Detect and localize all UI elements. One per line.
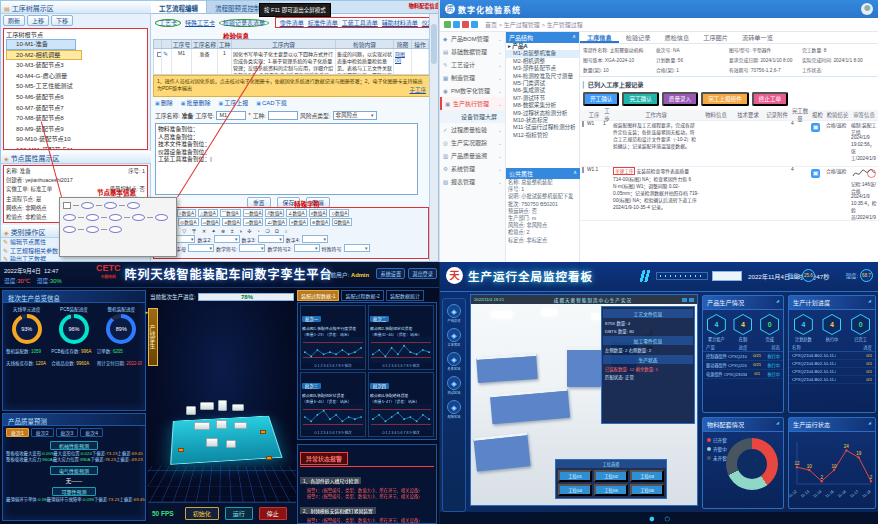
process-no-input[interactable]: M1: [216, 111, 246, 120]
chart-tab[interactable]: 装配数据统计: [386, 290, 424, 301]
special-char-button[interactable]: ▱数值A: [243, 218, 263, 226]
tree-toolbar-button[interactable]: 上移: [27, 15, 49, 26]
mes-tab[interactable]: 工序图片: [696, 32, 735, 43]
header-button[interactable]: 系统设置: [376, 268, 405, 279]
window-dot[interactable]: [444, 21, 451, 28]
sidebar-item[interactable]: ◎生产实况跟踪: [440, 136, 505, 149]
action-button[interactable]: 质量录入: [662, 92, 698, 106]
edit-icon[interactable]: ✎: [162, 49, 172, 74]
tree-item[interactable]: 70-M8-装配节点8: [6, 113, 147, 124]
report-icon[interactable]: ▣: [811, 169, 820, 178]
doc-link[interactable]: 检验记录表清单: [219, 19, 269, 27]
glyph-strip[interactable]: ● ~ ✂ ▽ 〒 ✕ ✦ ⊗ ± ◑ ✣ ◔ ❍ Ω ♀: [156, 227, 426, 234]
hex-outline-icon[interactable]: ⬡: [665, 515, 670, 522]
plan-row[interactable]: CPXQ2104-B02-10-11-030/1: [789, 368, 875, 376]
char-select[interactable]: 数字4:: [286, 235, 328, 243]
tree-toolbar-button[interactable]: 下移: [51, 15, 73, 26]
tree-item[interactable]: 90-M10-装配节点10: [6, 134, 147, 145]
process-content-textarea[interactable]: 物料准备到位： 人员准备到位： 技术文件准备到位： 仪器设备准备到位： 工装工具…: [155, 123, 418, 195]
batch-tab[interactable]: 批次2: [31, 428, 54, 437]
tab-line-twin[interactable]: 产线孪生: [148, 308, 158, 366]
row-action-link[interactable]: 批量删除: [181, 98, 211, 107]
tree-item[interactable]: 50-M5-工艺性能测试: [6, 81, 147, 92]
char-select[interactable]: 数字3:: [242, 235, 284, 243]
station-button[interactable]: 工位03: [630, 470, 664, 482]
tree-item[interactable]: 100-M11-装配节点11: [6, 145, 147, 150]
scrollbar[interactable]: [429, 14, 438, 262]
station-button[interactable]: 工位01: [558, 470, 592, 482]
worktype-input[interactable]: [268, 111, 298, 120]
electric-predict-button[interactable]: 电气性能预测: [50, 466, 98, 475]
substep-link[interactable]: 子工序: [409, 86, 426, 94]
product-tree-item[interactable]: M7-测试环节: [506, 95, 579, 102]
action-button[interactable]: 完工确认: [622, 92, 658, 106]
scene-topbar-icons[interactable]: [682, 298, 694, 302]
avatar[interactable]: ⚉: [861, 3, 873, 15]
station-button[interactable]: 工位02: [594, 470, 628, 482]
char-select[interactable]: 数学符号2:: [267, 244, 319, 252]
tree-item[interactable]: 30-M3-装配节点3: [6, 60, 147, 71]
sidebar-item[interactable]: ◉PM数字化管理: [440, 84, 505, 97]
mini-input[interactable]: [712, 271, 742, 281]
special-char-button[interactable]: ◇数值A: [329, 209, 349, 217]
product-tree-item[interactable]: M2-相机调整: [506, 58, 579, 65]
special-char-button[interactable]: ≠数值A: [309, 209, 328, 217]
sidebar-item[interactable]: ▣生产执行管理: [440, 97, 505, 110]
mes-tab[interactable]: 质检信息: [658, 32, 697, 43]
batch-tab[interactable]: 批次1: [6, 428, 29, 437]
sidebar-item[interactable]: ⚙系统管理: [440, 162, 505, 175]
char-select[interactable]: 特殊符号: [322, 244, 370, 252]
mes-tab[interactable]: 工序信息: [580, 32, 619, 43]
product-row[interactable]: 控制器组件 CPXQ210340/21执行中: [703, 352, 783, 361]
window-dot[interactable]: [453, 21, 460, 28]
tree-item[interactable]: 20-M2-相机调整: [6, 50, 82, 61]
material-link[interactable]: 零件清单: [280, 20, 304, 26]
plan-row[interactable]: CPXQ2104-B02-10-11-010/1: [789, 352, 875, 360]
risk-type-select[interactable]: 非风险点▾: [333, 111, 377, 120]
product-tree-item[interactable]: M1-总装整机准备: [506, 50, 579, 57]
process-table-row[interactable]: ✎ M1 准备 1 固化书写单电子化主要是以以下四种方式并行完成各类实现：1.基…: [153, 49, 430, 75]
sidebar-item[interactable]: ▤基础数据管理: [440, 45, 505, 58]
special-char-button[interactable]: ⊕数值A: [310, 218, 330, 226]
mech-predict-button[interactable]: 机械性能预测: [50, 441, 98, 450]
special-char-button[interactable]: ◎数值A: [178, 218, 198, 226]
mes-tab[interactable]: 检验记录: [619, 32, 658, 43]
table-row[interactable]: W1.1 关键工序安装前检查零件表面质量 714-00(标图) NA；检查紧固件…: [580, 167, 878, 221]
action-button[interactable]: 终止工单: [752, 92, 788, 106]
special-char-button[interactable]: ⌒数值A: [220, 209, 241, 217]
station-button[interactable]: 工位06: [630, 484, 664, 496]
product-tree-item[interactable]: M8-数据采集分析: [506, 102, 579, 109]
rail-item[interactable]: ◈立体库区: [443, 328, 465, 347]
special-char-button[interactable]: //数值A: [265, 209, 284, 217]
factory-3d-view[interactable]: 2022/11/4 19:21 成都天奥智能制造中心生产实况 工艺文件信息875…: [470, 294, 698, 506]
special-char-button[interactable]: Ω数值A: [332, 218, 352, 226]
product-tree-item[interactable]: M4-检测校准及尺寸测量: [506, 73, 579, 80]
plan-row[interactable]: CPXQ2104-B02-10-11-040/1: [789, 376, 875, 384]
material-link[interactable]: 标准件清单: [308, 20, 338, 26]
sidebar-item[interactable]: ▥产品质量追溯: [440, 149, 505, 162]
product-tree-item[interactable]: M11-试运行过程检测分析: [506, 124, 579, 131]
product-row[interactable]: 驱动器组件 CPXQ220140/21执行中: [703, 361, 783, 370]
char-select[interactable]: 数学符号:: [216, 244, 265, 252]
rail-item[interactable]: ◈部装区域: [443, 400, 465, 419]
station-button[interactable]: 工位05: [594, 484, 628, 496]
special-char-button[interactable]: ≡数值A: [289, 218, 308, 226]
action-button[interactable]: 开工确认: [583, 92, 619, 106]
product-tree-item[interactable]: M3-部件装配节点: [506, 65, 579, 72]
tree-item[interactable]: 40-M4-G-质心测量: [6, 71, 147, 82]
sidebar-item[interactable]: 设备管理大屏: [440, 110, 505, 123]
rail-item[interactable]: ◈测试区域: [443, 376, 465, 395]
reliability-predict-button[interactable]: 可靠性预测: [52, 487, 95, 496]
product-tree-item[interactable]: M12-指标管控: [506, 132, 579, 139]
sidebar-item[interactable]: ▧报表管理: [440, 175, 505, 188]
product-tree-item[interactable]: ▸ 产品A: [506, 43, 579, 50]
header-button[interactable]: 退出登录: [408, 268, 437, 279]
tree-root[interactable]: 工序树根节点: [6, 30, 147, 39]
row-checkbox[interactable]: [582, 121, 584, 127]
row-action-link[interactable]: 删除: [155, 98, 173, 107]
rail-item[interactable]: ◈产线总览: [443, 304, 465, 323]
scrollbar-thumb[interactable]: [431, 24, 437, 64]
hex-icon[interactable]: ⬢: [649, 515, 654, 522]
special-char-button[interactable]: ○数值A: [177, 209, 196, 217]
product-tree-item[interactable]: M6-集成测试: [506, 87, 579, 94]
